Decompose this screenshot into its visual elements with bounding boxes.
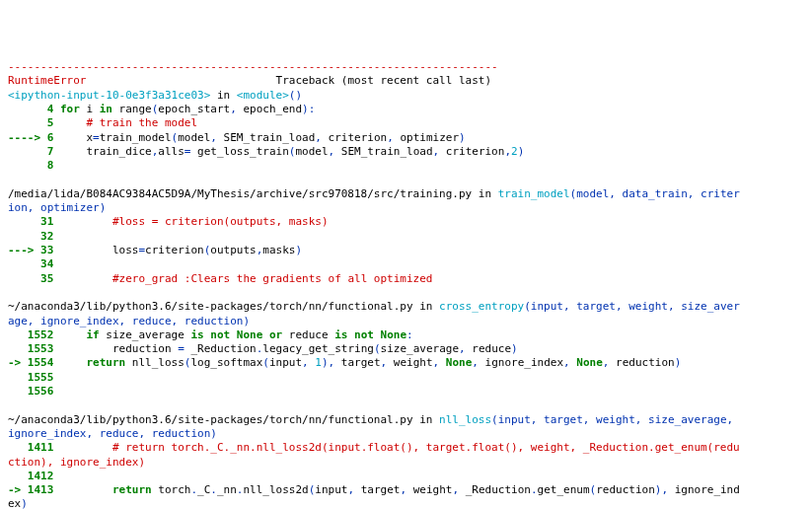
error-class: RuntimeError: [8, 74, 86, 87]
traceback: ----------------------------------------…: [8, 60, 804, 509]
frame-location: ~/anaconda3/lib/python3.6/site-packages/…: [8, 413, 413, 426]
lineno: 1552: [8, 328, 53, 341]
divider: ----------------------------------------…: [8, 60, 498, 73]
frame-location: /media/lida/B084AC9384AC5D9A/MyThesis/ar…: [8, 187, 472, 200]
lineno: 7: [8, 145, 53, 158]
traceback-header: Traceback (most recent call last): [86, 74, 491, 87]
arrow-lineno: -> 1413: [8, 483, 53, 496]
lineno: 5: [8, 116, 53, 129]
frame-location: <ipython-input-10-0e3f3a31ce03>: [8, 89, 210, 102]
lineno: 8: [8, 159, 53, 172]
arrow-lineno: ----> 6: [8, 131, 53, 144]
arrow-lineno: ---> 33: [8, 244, 53, 256]
lineno: 1555: [8, 371, 53, 384]
frame-location: ~/anaconda3/lib/python3.6/site-packages/…: [8, 300, 413, 313]
lineno: 1412: [8, 470, 53, 482]
lineno: 32: [8, 230, 53, 243]
lineno: 35: [8, 272, 53, 285]
lineno: 31: [8, 215, 53, 228]
lineno: 34: [8, 257, 53, 270]
lineno: 4: [8, 103, 53, 115]
lineno: 1556: [8, 385, 53, 398]
lineno: 1553: [8, 342, 53, 355]
lineno: 1411: [8, 441, 53, 454]
arrow-lineno: -> 1554: [8, 356, 53, 369]
